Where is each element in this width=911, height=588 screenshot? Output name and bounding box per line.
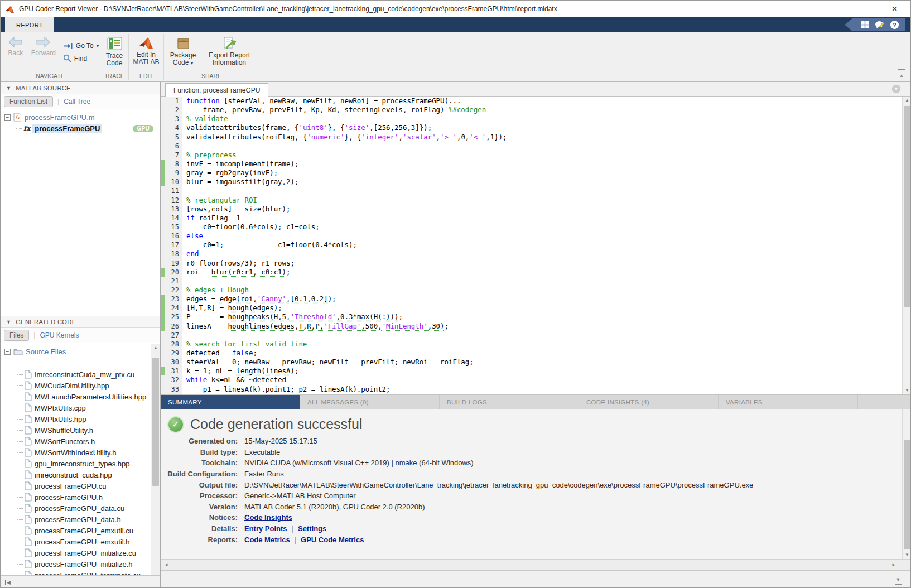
find-button[interactable]: Find [63, 54, 99, 62]
folder-icon [13, 348, 23, 355]
code-scrollbar[interactable]: ▲ ▼ [902, 97, 911, 394]
forward-arrow-icon [30, 36, 57, 48]
tree-item-matlab-file[interactable]: − fx processFrameGPU.m [1, 112, 160, 123]
generated-code-header[interactable]: ▼ GENERATED CODE [1, 316, 160, 328]
tree-connector [17, 385, 23, 386]
scroll-up-arrow[interactable]: ▲ [151, 344, 160, 352]
tree-item-source-files[interactable]: − Source Files [1, 346, 160, 357]
minimize-button[interactable] [832, 1, 857, 17]
gutter-marker [161, 277, 165, 286]
forward-button[interactable]: Forward [30, 35, 57, 57]
code-editor[interactable]: 1function [steerVal, newRaw, newFilt, ne… [161, 97, 902, 394]
summary-link-code-metrics[interactable]: Code Metrics [244, 536, 290, 544]
scrollbar-thumb[interactable] [152, 358, 159, 486]
scrollbar-thumb[interactable] [904, 440, 910, 549]
matlab-source-header[interactable]: ▼ MATLAB SOURCE [1, 82, 160, 94]
tree-connector [17, 486, 23, 486]
bottom-tab-build-logs[interactable]: BUILD LOGS [440, 395, 579, 409]
scroll-down-arrow[interactable]: ▼ [903, 551, 911, 559]
layout-icon[interactable] [860, 21, 870, 29]
source-file-item[interactable]: processFrameGPU_initialize.cu [1, 547, 150, 558]
collapse-toggle-icon[interactable]: − [4, 114, 11, 121]
package-code-button[interactable]: Package Code ▾ [167, 35, 199, 67]
tab-function-processframegpu[interactable]: Function: processFrameGPU [165, 83, 268, 97]
gutter-marker [161, 97, 165, 105]
trace-code-button[interactable]: Trace Code [100, 35, 128, 67]
scroll-down-arrow[interactable]: ▼ [903, 387, 911, 394]
source-file-item[interactable]: processFrameGPU_data.cu [1, 503, 150, 514]
gutter-gpu-marker [161, 322, 165, 331]
source-file-item[interactable]: processFrameGPU.h [1, 491, 150, 503]
file-label: processFrameGPU_data.cu [35, 504, 124, 513]
edit-in-matlab-label: Edit In MATLAB [130, 51, 162, 66]
tab-report[interactable]: REPORT [5, 17, 54, 32]
scrollbar-thumb[interactable] [904, 106, 910, 307]
code-text: % edges + Hough [182, 286, 249, 295]
code-line: 26linesA = houghlines(edges,T,R,P,'FillG… [161, 322, 902, 331]
scroll-up-arrow[interactable]: ▲ [903, 97, 911, 104]
summary-link-entry-points[interactable]: Entry Points [244, 524, 287, 533]
feedback-icon[interactable] [875, 21, 885, 29]
scroll-to-start-icon[interactable]: ◀ [5, 580, 11, 585]
summary-link-gpu-code-metrics[interactable]: GPU Code Metrics [301, 536, 364, 544]
summary-link-code-insights[interactable]: Code Insights [244, 513, 292, 522]
bottom-tab-all-messages-0[interactable]: ALL MESSAGES (0) [300, 395, 440, 409]
source-file-item[interactable]: processFrameGPU_emxutil.h [1, 536, 150, 547]
summary-field-row: Details:Entry Points|Settings [161, 523, 902, 534]
source-file-item[interactable]: MWPtxUtils.cpp [1, 402, 150, 413]
link-separator: | [295, 536, 296, 544]
sidebar-scrollbar[interactable]: ▲ [151, 344, 160, 575]
source-file-item[interactable]: MWLaunchParametersUtilities.hpp [1, 391, 150, 402]
tab-call-tree[interactable]: Call Tree [64, 98, 90, 105]
source-file-item[interactable]: MWShuffleUtility.h [1, 425, 150, 436]
sidebar-horizontal-scrollbar[interactable]: ◀ [1, 575, 160, 588]
export-report-button[interactable]: Export Report Information [203, 35, 256, 66]
source-file-item[interactable]: ImreconstructCuda_mw_ptx.cu [1, 369, 150, 380]
close-button[interactable]: ✕ [882, 1, 907, 17]
edit-in-matlab-button[interactable]: Edit In MATLAB [130, 35, 162, 66]
goto-button[interactable]: Go To ▾ [63, 42, 99, 50]
file-label: MWCudaDimUtility.hpp [35, 382, 109, 390]
source-file-item[interactable]: processFrameGPU_emxutil.cu [1, 525, 150, 536]
back-button[interactable]: Back [2, 35, 30, 57]
source-file-item[interactable]: imreconstruct_cuda.hpp [1, 469, 150, 480]
bottom-tab-code-insights-4[interactable]: CODE INSIGHTS (4) [579, 395, 719, 409]
summary-horizontal-scrollbar[interactable]: ◄ ► [161, 559, 911, 570]
summary-link-settings[interactable]: Settings [298, 524, 326, 533]
source-file-item[interactable]: MWPtxUtils.hpp [1, 413, 150, 425]
tree-item-function[interactable]: fx processFrameGPU GPU [16, 123, 160, 134]
line-number: 17 [165, 240, 182, 249]
scroll-left-arrow[interactable]: ◄ [164, 561, 168, 569]
source-file-item[interactable]: processFrameGPU_data.h [1, 514, 150, 525]
bottom-tab-bar: SUMMARYALL MESSAGES (0)BUILD LOGSCODE IN… [161, 394, 911, 409]
summary-field-value: Code Insights [244, 513, 292, 522]
summary-scrollbar[interactable]: ▼ [902, 409, 911, 559]
gutter-marker [161, 196, 165, 205]
file-label: MWPtxUtils.cpp [35, 404, 86, 412]
maximize-button[interactable] [857, 1, 882, 17]
bottom-tab-variables[interactable]: VARIABLES [719, 395, 858, 409]
source-file-item[interactable]: MWSortFunctors.h [1, 436, 150, 447]
help-icon[interactable]: ? [890, 20, 899, 30]
minimize-ribbon-button[interactable]: ▲ [897, 69, 906, 79]
collapse-panel-icon[interactable]: ▼ [894, 575, 903, 585]
tab-files[interactable]: Files [4, 330, 29, 341]
source-file-item[interactable]: MWSortWithIndexUtility.h [1, 447, 150, 458]
tab-gpu-kernels[interactable]: GPU Kernels [40, 331, 79, 339]
source-file-item[interactable]: processFrameGPU.cu [1, 480, 150, 491]
collapse-toggle-icon[interactable]: − [4, 349, 11, 355]
code-line: 2 frame, prevRaw, prevFilt, Kp, Kd, stee… [161, 105, 902, 114]
tab-options-dropdown-icon[interactable]: ▼ [892, 85, 900, 93]
source-file-item[interactable]: MWCudaDimUtility.hpp [1, 380, 150, 391]
line-number: 11 [165, 186, 182, 195]
scroll-right-arrow[interactable]: ► [891, 561, 896, 569]
code-text: k = 1; nL = length(linesA); [182, 367, 298, 375]
tab-function-list[interactable]: Function List [4, 96, 53, 107]
file-icon [25, 459, 32, 468]
ribbon-group-edit: Edit In MATLAB EDIT [129, 32, 163, 81]
bottom-tab-summary[interactable]: SUMMARY [161, 395, 300, 409]
source-file-item[interactable]: gpu_imreconstruct_types.hpp [1, 458, 150, 469]
source-file-item[interactable]: processFrameGPU_initialize.h [1, 558, 150, 570]
tree-connector [17, 553, 23, 553]
svg-text:?: ? [893, 22, 896, 28]
